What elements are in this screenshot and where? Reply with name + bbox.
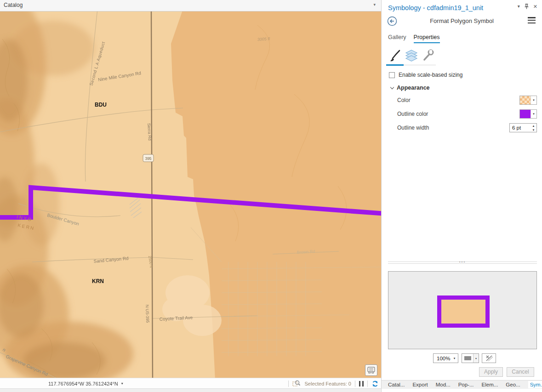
outline-width-input[interactable] bbox=[510, 124, 531, 132]
outline-color-picker-button[interactable]: ▾ bbox=[519, 109, 537, 119]
symbol-preview-area bbox=[388, 271, 537, 349]
divider bbox=[367, 381, 368, 387]
apply-cancel-row: Apply Cancel bbox=[382, 367, 542, 377]
pane-tab-modify[interactable]: Mod... bbox=[436, 382, 451, 387]
label-n-us-395: N US-395 bbox=[145, 305, 150, 323]
selected-features-count[interactable]: Selected Features: 0 bbox=[304, 381, 351, 386]
label-nine-mile-canyon: Nine Mile Canyon Rd bbox=[98, 70, 142, 82]
outline-width-label: Outline width bbox=[397, 125, 429, 131]
spinner-up-icon[interactable]: ▲ bbox=[531, 124, 536, 128]
outline-width-property-row: Outline width ▲ ▼ bbox=[382, 123, 537, 132]
outline-color-label: Outline color bbox=[397, 111, 428, 117]
paintbrush-tab-icon[interactable] bbox=[388, 49, 402, 62]
preview-controls-row: 100% ▾ ▾ bbox=[382, 353, 542, 364]
pane-tab-export[interactable]: Export bbox=[412, 382, 428, 387]
splitter-grip-dots: ••• bbox=[388, 260, 537, 264]
format-polygon-symbol-title: Format Polygon Symbol bbox=[382, 17, 542, 24]
tab-properties[interactable]: Properties bbox=[414, 34, 440, 43]
preview-zoom-combo[interactable]: 100% ▾ bbox=[433, 353, 458, 363]
outline-width-spinner[interactable]: ▲ ▼ bbox=[509, 123, 537, 132]
preview-section: ••• 100% ▾ ▾ bbox=[382, 257, 542, 392]
note-icon bbox=[367, 367, 375, 374]
polygon-symbol-preview bbox=[437, 295, 490, 328]
preview-background-color-button[interactable]: ▾ bbox=[462, 353, 479, 363]
close-pane-icon[interactable]: ✕ bbox=[533, 4, 537, 9]
map-canvas: 395 Second L A Aqueduct Nine Mile Canyon… bbox=[0, 11, 381, 378]
symbology-pane: Symbology - cdfadmin19_1_unit ▾ ✕ Format… bbox=[381, 0, 542, 392]
enable-scale-sizing-checkbox[interactable] bbox=[389, 72, 395, 78]
label-sand-canyon: Sand Canyon Rd bbox=[93, 256, 129, 264]
hatched-area bbox=[130, 198, 142, 218]
layers-tab-icon[interactable] bbox=[405, 49, 418, 62]
pane-tab-element[interactable]: Elem... bbox=[482, 382, 498, 387]
outline-color-caret-icon[interactable]: ▾ bbox=[531, 110, 536, 118]
label-unit-bdu: BDU bbox=[95, 102, 107, 108]
pin-icon[interactable] bbox=[525, 4, 529, 9]
pane-tab-geoprocessing[interactable]: Geo... bbox=[506, 382, 520, 387]
preview-background-swatch bbox=[462, 354, 473, 363]
fill-color-swatch bbox=[520, 96, 531, 104]
preview-splitter-handle[interactable]: ••• bbox=[388, 260, 537, 266]
cancel-button[interactable]: Cancel bbox=[507, 367, 534, 377]
color-property-row: Color ▾ bbox=[382, 96, 537, 105]
scale-based-sizing-row: Enable scale-based sizing bbox=[389, 72, 542, 78]
symbology-pane-title: Symbology - cdfadmin19_1_unit bbox=[388, 4, 483, 11]
preview-zoom-caret-icon[interactable]: ▾ bbox=[451, 357, 458, 360]
symbology-pane-titlebar: Symbology - cdfadmin19_1_unit ▾ ✕ bbox=[382, 0, 542, 15]
spinner-down-icon[interactable]: ▼ bbox=[531, 128, 536, 132]
catalog-pane-header: Catalog ▾ bbox=[0, 0, 381, 11]
appearance-section-header[interactable]: Appearance bbox=[391, 85, 542, 91]
pane-tab-popup[interactable]: Pop-... bbox=[458, 382, 474, 387]
format-symbol-header: Format Polygon Symbol bbox=[382, 15, 542, 30]
divider bbox=[288, 381, 289, 387]
preview-transparency-toggle-button[interactable] bbox=[482, 353, 496, 363]
transparency-pattern-icon bbox=[485, 355, 493, 362]
pane-options-caret-icon[interactable]: ▾ bbox=[518, 4, 520, 9]
outline-color-swatch bbox=[520, 110, 531, 118]
coordinates-text: 117.7676954°W 35.7612424°N bbox=[48, 381, 118, 386]
pane-tab-symbology[interactable]: Sym... bbox=[528, 381, 542, 388]
coordinates-readout[interactable]: 117.7676954°W 35.7612424°N ▾ bbox=[48, 378, 123, 389]
symbol-property-icon-tabs bbox=[388, 48, 436, 65]
pane-tab-strip: Catal... Export Mod... Pop-... Elem... G… bbox=[382, 380, 542, 389]
divider bbox=[355, 381, 355, 387]
map-status-bar: 117.7676954°W 35.7612424°N ▾ Selected Fe… bbox=[0, 378, 381, 388]
section-collapse-chevron-icon bbox=[390, 85, 394, 89]
catalog-pane-title: Catalog bbox=[4, 2, 23, 8]
label-elevation-3005: 3005 ft bbox=[257, 36, 270, 42]
enable-scale-sizing-label: Enable scale-based sizing bbox=[399, 72, 462, 78]
outline-color-property-row: Outline color ▾ bbox=[382, 109, 537, 119]
appearance-section-label: Appearance bbox=[397, 85, 430, 91]
arcgis-pro-window: Catalog ▾ bbox=[0, 0, 542, 392]
hamburger-menu-icon[interactable] bbox=[528, 17, 536, 23]
gallery-properties-tabs: Gallery Properties bbox=[388, 34, 542, 43]
preview-background-caret-icon[interactable]: ▾ bbox=[473, 354, 479, 363]
pause-drawing-button[interactable] bbox=[359, 381, 364, 386]
fill-color-caret-icon[interactable]: ▾ bbox=[531, 96, 536, 104]
structure-wrench-tab-icon[interactable] bbox=[421, 49, 435, 62]
apply-button[interactable]: Apply bbox=[479, 367, 503, 377]
active-icon-tab-underline bbox=[386, 64, 404, 66]
label-unit-krn: KRN bbox=[92, 278, 104, 284]
map-viewport[interactable]: 395 Second L A Aqueduct Nine Mile Canyon… bbox=[0, 11, 381, 378]
label-sierra-rd: Sierra Rd bbox=[147, 123, 152, 141]
tab-gallery[interactable]: Gallery bbox=[388, 34, 406, 43]
coordinates-caret-icon: ▾ bbox=[121, 381, 123, 386]
route-shield-395: 395 bbox=[143, 154, 154, 162]
fill-color-picker-button[interactable]: ▾ bbox=[519, 96, 537, 105]
refresh-button[interactable] bbox=[371, 380, 379, 387]
selection-magnifier-icon bbox=[292, 380, 301, 387]
color-label: Color bbox=[397, 97, 411, 103]
map-notification-button[interactable] bbox=[365, 364, 377, 376]
pane-tab-catalog[interactable]: Catal... bbox=[388, 382, 405, 387]
preview-zoom-value: 100% bbox=[434, 356, 451, 361]
svg-text:395: 395 bbox=[145, 156, 151, 161]
label-brown-rd: Brown Rd bbox=[297, 249, 315, 255]
catalog-dropdown-caret-icon[interactable]: ▾ bbox=[373, 2, 376, 7]
